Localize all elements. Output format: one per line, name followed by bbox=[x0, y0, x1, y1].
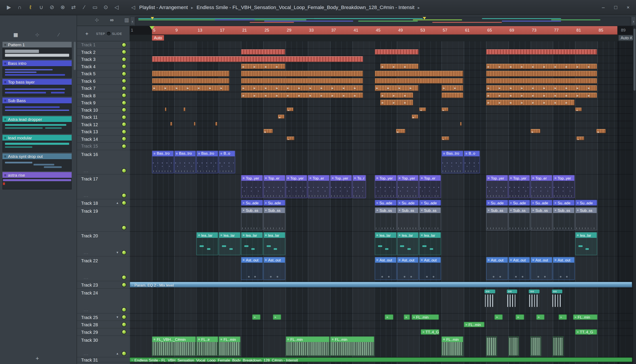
clip-teal[interactable]: ≡lea..lar bbox=[575, 232, 597, 255]
add-track-button[interactable]: + bbox=[85, 31, 88, 37]
clip-dra[interactable]: »»»»»»»»»» bbox=[486, 64, 597, 69]
clip-dr[interactable] bbox=[441, 92, 463, 98]
track-collapse-arrow[interactable]: ▼ bbox=[116, 251, 119, 254]
clip-pat[interactable]: ≡B..o bbox=[464, 150, 480, 174]
clip-ast[interactable]: ≡Ast..out bbox=[397, 257, 419, 280]
track-header[interactable]: Track 30▲··· bbox=[77, 336, 130, 358]
clip-dra[interactable]: »» bbox=[441, 85, 463, 91]
track-mute-led[interactable] bbox=[122, 79, 126, 83]
clip-tealsm[interactable]: ≡≡ bbox=[529, 290, 540, 309]
track-mute-led[interactable] bbox=[122, 315, 126, 319]
select-tool-icon[interactable]: ▭ bbox=[90, 3, 100, 12]
track-mute-led[interactable] bbox=[122, 94, 126, 97]
track-name[interactable]: Track 29 bbox=[81, 329, 98, 334]
pattern-item[interactable]: ≡Pattern 1 bbox=[3, 42, 72, 59]
track-name[interactable]: Track 12 bbox=[81, 122, 98, 127]
clip-ds[interactable]: » bbox=[278, 114, 285, 118]
track-name[interactable]: Track 28 bbox=[81, 322, 98, 327]
clip-aud[interactable]: ≡FL..min bbox=[219, 336, 240, 356]
clip-patp[interactable]: ≡Top..er bbox=[531, 175, 552, 198]
clip-patp[interactable]: ≡Top..yer bbox=[553, 175, 575, 198]
clip-dra[interactable]: »»»» bbox=[375, 85, 419, 91]
track-name[interactable]: Track 22 bbox=[81, 258, 98, 263]
clip-ast[interactable]: ≡Ast..out bbox=[553, 257, 575, 280]
add-pattern-button[interactable]: + bbox=[36, 355, 39, 362]
track-name[interactable]: Track 15 bbox=[81, 144, 98, 149]
track-header[interactable]: Track 29 bbox=[77, 328, 130, 336]
clip-red[interactable] bbox=[375, 49, 419, 54]
no-snap-icon[interactable]: ⊘ bbox=[47, 3, 57, 12]
clip-grn[interactable]: »TT..4_G bbox=[421, 329, 439, 335]
clip-dr[interactable] bbox=[241, 78, 363, 84]
clip-sliver[interactable] bbox=[194, 122, 195, 126]
clip-patp[interactable]: ≡Top..er bbox=[308, 175, 330, 198]
play-icon[interactable]: ▶ bbox=[4, 3, 14, 12]
track-name[interactable]: Track 13 bbox=[81, 129, 98, 134]
link-icon[interactable]: ∞ bbox=[108, 17, 115, 23]
clip-patp[interactable]: ≡Top..yer bbox=[397, 175, 419, 198]
clip-ds[interactable]: » bbox=[287, 136, 294, 140]
track-header[interactable]: Track 1 bbox=[77, 42, 130, 49]
track-mute-led[interactable] bbox=[122, 101, 126, 104]
minimize-button[interactable]: – bbox=[600, 5, 606, 10]
track-header[interactable]: Track 17··· bbox=[77, 174, 130, 200]
track-name[interactable]: Track 6 bbox=[81, 78, 96, 84]
vertical-scrollbar[interactable] bbox=[633, 26, 636, 364]
track-mute-led[interactable] bbox=[122, 283, 126, 287]
clip-teal[interactable]: ≡lea..lar bbox=[219, 232, 240, 255]
magnet-icon[interactable]: ∪ bbox=[37, 3, 46, 12]
track-header[interactable]: Track 7 bbox=[77, 85, 130, 92]
clip-teal[interactable]: ≡lea..lar bbox=[375, 232, 396, 255]
track-mute-led[interactable] bbox=[122, 65, 126, 68]
track-name[interactable]: Track 3 bbox=[81, 57, 96, 62]
arrangement-minimap[interactable] bbox=[135, 16, 631, 26]
track-name[interactable]: Track 9 bbox=[81, 100, 96, 105]
track-header[interactable]: Track 15 bbox=[77, 143, 130, 150]
clip-patp[interactable]: ≡Top..yer bbox=[508, 175, 530, 198]
clip-dra[interactable]: »»»» bbox=[241, 64, 285, 69]
draw-tool-icon[interactable]: ∕ bbox=[80, 3, 89, 12]
clip-wav[interactable] bbox=[486, 336, 497, 356]
clip-patp[interactable]: ≡To..r bbox=[353, 175, 366, 198]
track-mute-led[interactable] bbox=[122, 352, 126, 356]
close-button[interactable]: × bbox=[625, 5, 631, 10]
clip-dra[interactable]: »»» bbox=[380, 92, 413, 98]
track-name[interactable]: Track 25 bbox=[81, 314, 98, 320]
picker-move-icon[interactable]: ⊹ bbox=[34, 32, 41, 38]
playlist-grid[interactable]: »»»»»»»»»»»»»»»»»»»»»»»»»»»»»»»»»»»»»»»»… bbox=[130, 42, 633, 364]
maximize-button[interactable]: □ bbox=[613, 5, 618, 10]
clip-sub[interactable]: ×Sub..ss bbox=[397, 207, 419, 230]
clip-red[interactable] bbox=[486, 49, 597, 54]
track-header[interactable]: Track 31 bbox=[77, 358, 130, 362]
track-mute-led[interactable] bbox=[122, 57, 126, 61]
pattern-item[interactable]: ≡Top bass layer bbox=[3, 79, 72, 96]
pattern-list-scrollbar[interactable] bbox=[74, 42, 76, 70]
track-mute-led[interactable] bbox=[122, 169, 126, 172]
clip-sub[interactable]: ×Sub..ss bbox=[486, 207, 508, 230]
clip-patp[interactable]: ≡Top..yer bbox=[330, 175, 352, 198]
clip-dra[interactable]: »»»»»»»»»»» bbox=[241, 92, 363, 98]
track-mute-led[interactable] bbox=[122, 330, 126, 334]
track-header[interactable]: Track 18▲ bbox=[77, 200, 130, 207]
timeline-marker-auto[interactable]: Auto bbox=[152, 35, 164, 40]
clip-ds[interactable]: » bbox=[419, 108, 426, 112]
clip-grn[interactable]: » bbox=[385, 314, 393, 320]
clip-aud[interactable]: ≡FL..ir bbox=[196, 336, 218, 356]
track-mute-led[interactable] bbox=[122, 72, 126, 76]
track-name[interactable]: Track 30 bbox=[81, 338, 98, 342]
clip-teal[interactable]: ≡lea..lar bbox=[241, 232, 263, 255]
track-header[interactable]: Track 4 bbox=[77, 63, 130, 70]
track-name[interactable]: Track 11 bbox=[81, 115, 98, 120]
timeline-ruler[interactable]: 1591317212529333741454953576165697377818… bbox=[130, 26, 633, 41]
track-mute-led[interactable] bbox=[122, 43, 126, 47]
clip-wav[interactable] bbox=[553, 336, 563, 356]
clip-ast[interactable]: ≡Ast..out bbox=[486, 257, 508, 280]
clip-pat[interactable]: ≡Bas..tro bbox=[152, 150, 174, 174]
track-header[interactable]: Track 23 bbox=[77, 281, 130, 289]
clip-grn[interactable]: » bbox=[536, 314, 545, 320]
clip-dra[interactable]: »»»»»»»»»» bbox=[486, 92, 597, 98]
clip-ds[interactable]: » bbox=[411, 114, 418, 118]
clip-wav[interactable] bbox=[508, 336, 519, 356]
clip-pats[interactable]: »Su..ade bbox=[531, 200, 552, 206]
timeline-marker-auto2[interactable]: Auto #2 bbox=[618, 35, 633, 40]
